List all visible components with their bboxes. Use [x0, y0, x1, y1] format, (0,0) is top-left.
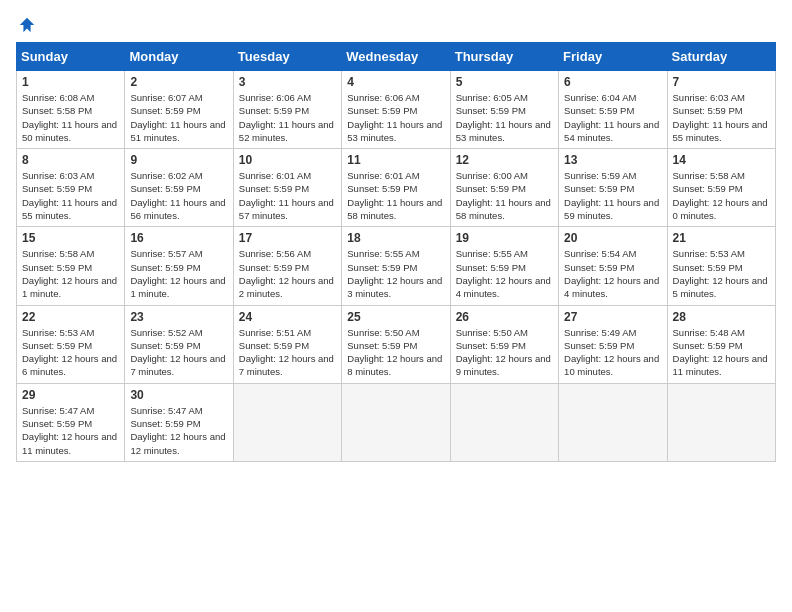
calendar-cell [233, 383, 341, 461]
day-info: Sunrise: 5:59 AMSunset: 5:59 PMDaylight:… [564, 169, 661, 222]
calendar-cell: 9Sunrise: 6:02 AMSunset: 5:59 PMDaylight… [125, 149, 233, 227]
day-header-thursday: Thursday [450, 43, 558, 71]
calendar-cell: 25Sunrise: 5:50 AMSunset: 5:59 PMDayligh… [342, 305, 450, 383]
calendar-cell: 8Sunrise: 6:03 AMSunset: 5:59 PMDaylight… [17, 149, 125, 227]
day-info: Sunrise: 5:55 AMSunset: 5:59 PMDaylight:… [456, 247, 553, 300]
day-info: Sunrise: 6:02 AMSunset: 5:59 PMDaylight:… [130, 169, 227, 222]
calendar-cell: 14Sunrise: 5:58 AMSunset: 5:59 PMDayligh… [667, 149, 775, 227]
day-info: Sunrise: 5:49 AMSunset: 5:59 PMDaylight:… [564, 326, 661, 379]
calendar-cell: 2Sunrise: 6:07 AMSunset: 5:59 PMDaylight… [125, 71, 233, 149]
calendar-cell: 6Sunrise: 6:04 AMSunset: 5:59 PMDaylight… [559, 71, 667, 149]
calendar-cell: 10Sunrise: 6:01 AMSunset: 5:59 PMDayligh… [233, 149, 341, 227]
day-number: 21 [673, 231, 770, 245]
day-number: 15 [22, 231, 119, 245]
day-number: 16 [130, 231, 227, 245]
calendar-cell: 13Sunrise: 5:59 AMSunset: 5:59 PMDayligh… [559, 149, 667, 227]
day-info: Sunrise: 6:08 AMSunset: 5:58 PMDaylight:… [22, 91, 119, 144]
day-header-sunday: Sunday [17, 43, 125, 71]
day-number: 5 [456, 75, 553, 89]
calendar-cell: 17Sunrise: 5:56 AMSunset: 5:59 PMDayligh… [233, 227, 341, 305]
calendar-cell: 28Sunrise: 5:48 AMSunset: 5:59 PMDayligh… [667, 305, 775, 383]
day-number: 2 [130, 75, 227, 89]
day-info: Sunrise: 5:55 AMSunset: 5:59 PMDaylight:… [347, 247, 444, 300]
day-number: 22 [22, 310, 119, 324]
day-info: Sunrise: 5:50 AMSunset: 5:59 PMDaylight:… [347, 326, 444, 379]
day-info: Sunrise: 5:47 AMSunset: 5:59 PMDaylight:… [130, 404, 227, 457]
day-number: 19 [456, 231, 553, 245]
day-info: Sunrise: 6:07 AMSunset: 5:59 PMDaylight:… [130, 91, 227, 144]
calendar-cell: 4Sunrise: 6:06 AMSunset: 5:59 PMDaylight… [342, 71, 450, 149]
day-info: Sunrise: 5:48 AMSunset: 5:59 PMDaylight:… [673, 326, 770, 379]
day-info: Sunrise: 5:56 AMSunset: 5:59 PMDaylight:… [239, 247, 336, 300]
day-number: 13 [564, 153, 661, 167]
day-info: Sunrise: 6:06 AMSunset: 5:59 PMDaylight:… [239, 91, 336, 144]
day-header-wednesday: Wednesday [342, 43, 450, 71]
page-header [16, 16, 776, 34]
calendar-cell: 12Sunrise: 6:00 AMSunset: 5:59 PMDayligh… [450, 149, 558, 227]
day-info: Sunrise: 6:06 AMSunset: 5:59 PMDaylight:… [347, 91, 444, 144]
day-info: Sunrise: 6:04 AMSunset: 5:59 PMDaylight:… [564, 91, 661, 144]
week-row-4: 22Sunrise: 5:53 AMSunset: 5:59 PMDayligh… [17, 305, 776, 383]
calendar-cell: 11Sunrise: 6:01 AMSunset: 5:59 PMDayligh… [342, 149, 450, 227]
day-info: Sunrise: 6:05 AMSunset: 5:59 PMDaylight:… [456, 91, 553, 144]
day-number: 28 [673, 310, 770, 324]
calendar-cell [667, 383, 775, 461]
day-number: 10 [239, 153, 336, 167]
calendar-table: SundayMondayTuesdayWednesdayThursdayFrid… [16, 42, 776, 462]
day-number: 1 [22, 75, 119, 89]
day-number: 24 [239, 310, 336, 324]
calendar-cell: 18Sunrise: 5:55 AMSunset: 5:59 PMDayligh… [342, 227, 450, 305]
day-info: Sunrise: 5:53 AMSunset: 5:59 PMDaylight:… [22, 326, 119, 379]
logo [16, 16, 36, 34]
day-info: Sunrise: 5:58 AMSunset: 5:59 PMDaylight:… [673, 169, 770, 222]
calendar-cell: 20Sunrise: 5:54 AMSunset: 5:59 PMDayligh… [559, 227, 667, 305]
day-number: 7 [673, 75, 770, 89]
week-row-2: 8Sunrise: 6:03 AMSunset: 5:59 PMDaylight… [17, 149, 776, 227]
day-number: 26 [456, 310, 553, 324]
day-number: 29 [22, 388, 119, 402]
day-info: Sunrise: 6:00 AMSunset: 5:59 PMDaylight:… [456, 169, 553, 222]
day-number: 12 [456, 153, 553, 167]
calendar-cell: 30Sunrise: 5:47 AMSunset: 5:59 PMDayligh… [125, 383, 233, 461]
day-number: 6 [564, 75, 661, 89]
calendar-cell: 24Sunrise: 5:51 AMSunset: 5:59 PMDayligh… [233, 305, 341, 383]
day-number: 30 [130, 388, 227, 402]
calendar-cell: 1Sunrise: 6:08 AMSunset: 5:58 PMDaylight… [17, 71, 125, 149]
day-number: 11 [347, 153, 444, 167]
day-header-monday: Monday [125, 43, 233, 71]
calendar-cell: 27Sunrise: 5:49 AMSunset: 5:59 PMDayligh… [559, 305, 667, 383]
calendar-cell [450, 383, 558, 461]
day-number: 3 [239, 75, 336, 89]
day-info: Sunrise: 5:54 AMSunset: 5:59 PMDaylight:… [564, 247, 661, 300]
day-header-friday: Friday [559, 43, 667, 71]
day-header-saturday: Saturday [667, 43, 775, 71]
svg-marker-0 [20, 18, 34, 32]
day-info: Sunrise: 5:47 AMSunset: 5:59 PMDaylight:… [22, 404, 119, 457]
day-info: Sunrise: 5:58 AMSunset: 5:59 PMDaylight:… [22, 247, 119, 300]
day-number: 8 [22, 153, 119, 167]
calendar-cell: 7Sunrise: 6:03 AMSunset: 5:59 PMDaylight… [667, 71, 775, 149]
day-number: 20 [564, 231, 661, 245]
day-info: Sunrise: 6:03 AMSunset: 5:59 PMDaylight:… [673, 91, 770, 144]
week-row-1: 1Sunrise: 6:08 AMSunset: 5:58 PMDaylight… [17, 71, 776, 149]
day-number: 9 [130, 153, 227, 167]
day-number: 14 [673, 153, 770, 167]
calendar-cell: 22Sunrise: 5:53 AMSunset: 5:59 PMDayligh… [17, 305, 125, 383]
logo-icon [18, 16, 36, 34]
day-info: Sunrise: 5:52 AMSunset: 5:59 PMDaylight:… [130, 326, 227, 379]
day-number: 17 [239, 231, 336, 245]
week-row-3: 15Sunrise: 5:58 AMSunset: 5:59 PMDayligh… [17, 227, 776, 305]
day-info: Sunrise: 5:50 AMSunset: 5:59 PMDaylight:… [456, 326, 553, 379]
day-info: Sunrise: 6:01 AMSunset: 5:59 PMDaylight:… [239, 169, 336, 222]
calendar-cell: 15Sunrise: 5:58 AMSunset: 5:59 PMDayligh… [17, 227, 125, 305]
calendar-cell: 16Sunrise: 5:57 AMSunset: 5:59 PMDayligh… [125, 227, 233, 305]
week-row-5: 29Sunrise: 5:47 AMSunset: 5:59 PMDayligh… [17, 383, 776, 461]
day-number: 25 [347, 310, 444, 324]
day-info: Sunrise: 5:53 AMSunset: 5:59 PMDaylight:… [673, 247, 770, 300]
calendar-header-row: SundayMondayTuesdayWednesdayThursdayFrid… [17, 43, 776, 71]
calendar-cell [342, 383, 450, 461]
calendar-cell: 19Sunrise: 5:55 AMSunset: 5:59 PMDayligh… [450, 227, 558, 305]
calendar-cell: 21Sunrise: 5:53 AMSunset: 5:59 PMDayligh… [667, 227, 775, 305]
calendar-cell: 29Sunrise: 5:47 AMSunset: 5:59 PMDayligh… [17, 383, 125, 461]
day-number: 4 [347, 75, 444, 89]
